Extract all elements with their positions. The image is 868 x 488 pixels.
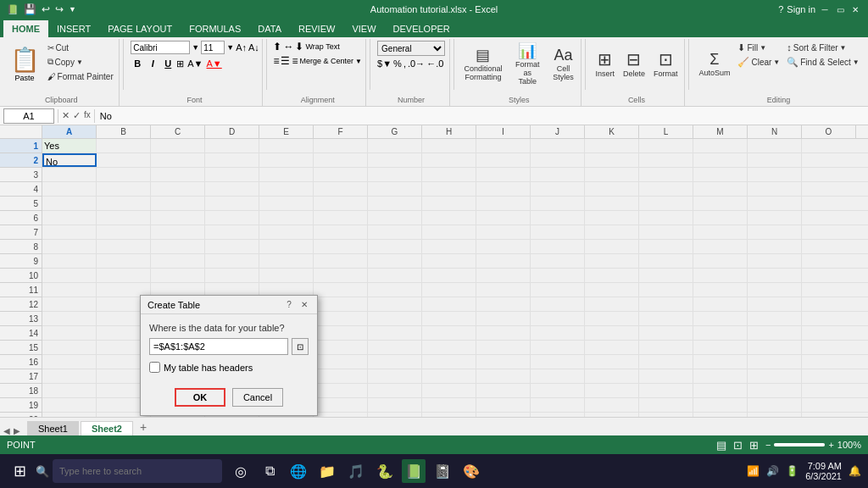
cell-e2[interactable] <box>259 153 314 167</box>
col-header-g[interactable]: G <box>368 125 422 138</box>
taskbar-battery-icon[interactable]: 🔋 <box>786 465 798 477</box>
italic-button[interactable]: I <box>146 57 159 70</box>
font-size-dropdown[interactable]: ▼ <box>226 43 234 52</box>
scroll-sheets-left[interactable]: ◀ <box>3 426 10 435</box>
paste-button[interactable]: 📋 Paste <box>7 41 43 86</box>
sign-in-btn[interactable]: Sign in <box>787 4 815 14</box>
cell-h2[interactable] <box>422 153 476 167</box>
notification-icon[interactable]: 🔔 <box>849 465 861 477</box>
zoom-in-btn[interactable]: + <box>828 440 833 450</box>
tab-data[interactable]: DATA <box>249 20 290 37</box>
taskbar-chrome-icon[interactable]: 🌐 <box>287 459 310 483</box>
merge-center-btn[interactable]: Merge & Center <box>299 57 353 65</box>
align-left-icon[interactable]: ≡ <box>273 55 279 67</box>
font-grow-icon[interactable]: A↑ <box>236 42 247 53</box>
tab-developer[interactable]: DEVELOPER <box>385 20 459 37</box>
layout-view-icon[interactable]: ⊡ <box>733 439 743 452</box>
cell-m1[interactable] <box>693 139 748 152</box>
taskbar-search-input[interactable] <box>53 459 222 483</box>
taskbar-paint-icon[interactable]: 🎨 <box>459 459 483 483</box>
align-bottom-icon[interactable]: ⬇ <box>295 41 303 53</box>
tab-insert[interactable]: INSERT <box>48 20 99 37</box>
font-size-input[interactable] <box>201 41 225 54</box>
sheet-tab-2[interactable]: Sheet2 <box>81 421 133 435</box>
border-icon[interactable]: ⊞ <box>176 58 184 69</box>
align-top-icon[interactable]: ⬆ <box>273 41 281 53</box>
font-name-dropdown[interactable]: ▼ <box>192 43 199 52</box>
cell-j2[interactable] <box>531 153 585 167</box>
taskbar-sound-icon[interactable]: 🔊 <box>766 465 779 477</box>
col-header-a[interactable]: A <box>42 125 97 138</box>
font-color-icon[interactable]: A▼ <box>207 58 222 69</box>
cell-f2[interactable] <box>314 153 368 167</box>
col-header-p[interactable]: P <box>856 125 868 138</box>
cell-k2[interactable] <box>585 153 639 167</box>
page-break-icon[interactable]: ⊞ <box>749 439 759 452</box>
bold-button[interactable]: B <box>131 57 144 70</box>
col-header-h[interactable]: H <box>422 125 476 138</box>
dialog-cancel-button[interactable]: Cancel <box>232 388 283 407</box>
quick-dropdown[interactable]: ▼ <box>69 5 76 14</box>
comma-icon[interactable]: , <box>403 58 406 69</box>
taskbar-python-icon[interactable]: 🐍 <box>373 459 397 483</box>
font-shrink-icon[interactable]: A↓ <box>248 42 259 53</box>
clear-dropdown[interactable]: ▼ <box>773 58 780 66</box>
tab-formulas[interactable]: FORMULAS <box>181 20 249 37</box>
insert-function-icon[interactable]: fx <box>84 110 91 121</box>
wrap-text-btn[interactable]: Wrap Text <box>305 42 339 51</box>
currency-icon[interactable]: $▼ <box>377 58 392 69</box>
dialog-close-btn[interactable]: ✕ <box>298 299 310 311</box>
formula-input[interactable] <box>98 108 865 124</box>
format-as-table-button[interactable]: 📊 Format asTable <box>507 41 548 86</box>
col-header-d[interactable]: D <box>205 125 259 138</box>
tab-view[interactable]: VIEW <box>343 20 384 37</box>
number-format-select[interactable]: General <box>377 41 445 56</box>
headers-checkbox[interactable] <box>149 362 160 373</box>
minimize-btn[interactable]: ─ <box>819 3 831 15</box>
cell-a2[interactable]: No <box>42 153 97 167</box>
tab-home[interactable]: HOME <box>3 20 48 37</box>
col-header-b[interactable]: B <box>97 125 151 138</box>
taskbar-excel-icon[interactable]: 📗 <box>402 459 426 483</box>
cell-b2[interactable] <box>97 153 151 167</box>
cell-i1[interactable] <box>476 139 531 152</box>
sort-filter-button[interactable]: ↕ Sort & Filter ▼ <box>784 41 861 54</box>
col-header-f[interactable]: F <box>314 125 368 138</box>
copy-dropdown[interactable]: ▼ <box>76 58 83 66</box>
cancel-formula-icon[interactable]: ✕ <box>62 110 70 121</box>
cell-c2[interactable] <box>151 153 205 167</box>
cell-l1[interactable] <box>639 139 693 152</box>
dialog-ok-button[interactable]: OK <box>175 388 225 407</box>
sort-dropdown[interactable]: ▼ <box>840 44 847 52</box>
cell-b3[interactable] <box>97 168 151 181</box>
confirm-formula-icon[interactable]: ✓ <box>73 110 81 121</box>
align-right-icon[interactable]: ≡ <box>292 55 298 67</box>
col-header-m[interactable]: M <box>693 125 748 138</box>
cell-k1[interactable] <box>585 139 639 152</box>
start-button[interactable]: ⊞ <box>7 458 32 484</box>
cell-f1[interactable] <box>314 139 368 152</box>
cell-g2[interactable] <box>368 153 422 167</box>
decrease-decimal-icon[interactable]: ←.0 <box>426 58 443 69</box>
cell-styles-button[interactable]: Aa CellStyles <box>549 41 576 86</box>
taskbar-clock[interactable]: 7:09 AM 6/3/2021 <box>805 461 842 481</box>
col-header-i[interactable]: I <box>476 125 531 138</box>
cell-j1[interactable] <box>531 139 585 152</box>
dialog-range-select-btn[interactable]: ⊡ <box>292 338 309 355</box>
add-sheet-button[interactable]: + <box>135 419 152 435</box>
autosum-button[interactable]: Σ AutoSum <box>695 41 733 86</box>
tab-review[interactable]: REVIEW <box>290 20 343 37</box>
format-painter-button[interactable]: 🖌 Format Painter <box>45 69 116 83</box>
cell-h1[interactable] <box>422 139 476 152</box>
quick-redo[interactable]: ↪ <box>55 3 64 15</box>
quick-save[interactable]: 💾 <box>24 3 36 15</box>
cut-button[interactable]: ✂ Cut <box>45 41 116 54</box>
fill-button[interactable]: ⬇ Fill ▼ <box>735 41 782 54</box>
fill-color-icon[interactable]: A▼ <box>187 58 203 69</box>
taskbar-network-icon[interactable]: 📶 <box>747 465 760 477</box>
taskbar-cortana-icon[interactable]: ◎ <box>229 459 253 483</box>
name-box[interactable] <box>3 108 54 124</box>
clear-button[interactable]: 🧹 Clear ▼ <box>735 55 782 69</box>
zoom-slider[interactable] <box>774 443 825 446</box>
cell-c1[interactable] <box>151 139 205 152</box>
